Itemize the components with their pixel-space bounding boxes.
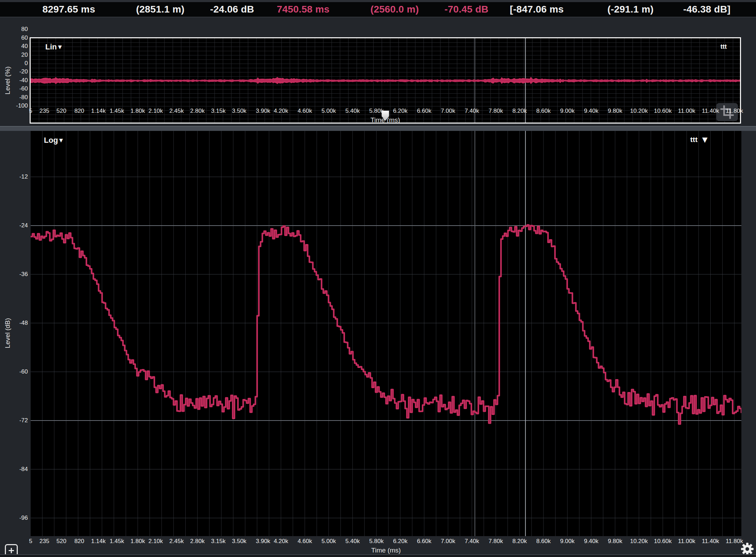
y-tick-label: -36 [0,271,28,278]
y-tick-label: -96 [0,515,28,521]
x-tick-label: 3.90k [256,107,270,115]
x-tick-label: 1.14k [91,107,106,115]
x-tick-label: 5.40k [345,538,360,545]
top-x-axis-title: Time (ms) [371,116,400,124]
x-tick-label: 2.45k [169,538,184,545]
x-tick-label: 820 [74,538,84,545]
x-tick-label: 10.60k [654,538,672,545]
y-tick-label: -80 [0,94,28,101]
x-tick-label: 7.80k [488,538,503,545]
main-waveform-svg [31,131,741,536]
x-tick-label: 5.80k [369,107,384,115]
x-tick-label: 7.00k [441,538,455,545]
header-readout: (2851.1 m) [136,2,185,17]
header-readout: -70.45 dB [445,2,488,17]
x-tick-label: 2.80k [190,107,205,115]
x-tick-label: 5.80k [369,538,384,545]
chevron-down-icon: ▼ [58,137,64,144]
x-tick-label: 1.80k [131,107,145,115]
settings-button[interactable] [741,542,754,556]
x-tick-label: 4.20k [274,538,288,545]
x-tick-label: 1.45k [110,107,124,115]
x-tick-label: 520 [56,107,66,115]
x-tick-label: 235 [39,538,49,545]
x-tick-label: 5.00k [322,538,336,545]
y-tick-label: -12 [0,173,28,180]
y-tick-label: -60 [0,85,28,92]
x-tick-label: 9.40k [584,538,599,545]
header-readout: 7450.58 ms [277,2,329,17]
x-tick-label: 8.20k [512,538,527,545]
x-tick-label: 8.60k [536,538,551,545]
x-tick-label: 4.60k [298,107,312,115]
x-tick-label: 3.90k [256,538,270,545]
header-readout: -24.06 dB [210,2,254,17]
y-tick-label: 0 [0,60,28,67]
x-tick-label: 8.20k [512,107,527,115]
header-readout: 8297.65 ms [43,2,95,17]
y-tick-label: -48 [0,320,28,327]
bottom-x-axis-title: Time (ms) [371,547,401,554]
header-readout: [-847.06 ms [510,2,564,17]
x-tick-label: 2.80k [190,538,205,545]
y-tick-label: -60 [0,368,28,375]
x-tick-label: 9.00k [560,107,575,115]
x-tick-label: 5.40k [345,107,360,115]
window-bottom-strip [0,554,756,557]
x-tick-label: 4.60k [298,538,312,545]
top-signal-selector[interactable]: ttt [720,43,727,50]
x-tick-label: 8.60k [536,107,551,115]
x-tick-label: 1.80k [131,538,145,545]
bottom-signal-selector[interactable]: ttt▼ [690,134,709,145]
x-tick-label: 6.20k [393,107,408,115]
x-tick-label: 6.60k [417,107,432,115]
x-tick-label: 7.80k [488,107,503,115]
bottom-scale-dropdown[interactable]: Log▼ [44,136,64,145]
x-tick-label: 3.50k [232,538,247,545]
chevron-down-icon: ▼ [697,134,709,145]
main-plot-area[interactable]: Log▼ ttt▼ [31,131,741,536]
plus-icon [8,547,15,554]
x-tick-label: 7.00k [441,107,455,115]
x-tick-label: 10.20k [630,538,648,545]
gear-icon [741,542,754,556]
y-tick-label: 80 [0,26,28,33]
x-tick-label: 4.20k [274,107,288,115]
top-scale-dropdown[interactable]: Lin▼ [45,42,63,52]
x-tick-label: 5.00k [322,107,336,115]
header-readout: (2560.0 m) [370,2,419,17]
x-tick-label: 10.60k [654,107,672,115]
x-tick-label: 1.45k [110,538,124,545]
y-tick-label: -20 [0,68,28,75]
chevron-down-icon: ▼ [57,44,63,50]
top-scale-label: Lin [45,42,57,51]
x-tick-label: 9.80k [608,538,623,545]
cursor-readout-bar: 8297.65 ms(2851.1 m)-24.06 dB7450.58 ms(… [0,2,756,17]
y-tick-label: -72 [0,417,28,424]
x-tick-label: 7.40k [465,538,479,545]
x-tick-label: 2.10k [148,107,163,115]
x-tick-label: 1.14k [91,538,106,545]
x-tick-label: 3.50k [232,107,247,115]
x-tick-label: 11.00k [678,538,695,545]
y-tick-label: -40 [0,77,28,84]
overview-chart-panel: Level (%) 806040200-20-40-60-80-100 Lin▼… [0,17,756,126]
x-tick-label: 11.80k [726,107,743,115]
x-tick-label: 820 [74,107,84,115]
x-tick-label: 2.45k [169,107,184,115]
y-tick-label: -100 [0,102,28,109]
y-tick-label: 40 [0,43,28,50]
main-chart-panel: Level (dB) -12-24-36-48-60-72-84-96 Log▼… [0,131,756,554]
x-tick-label: 6.60k [417,538,432,545]
x-tick-label: 520 [56,538,66,545]
x-tick-label: 5 [29,107,32,115]
x-tick-label: 2.10k [148,538,163,545]
header-readout: -46.38 dB] [683,2,731,17]
x-tick-label: 6.20k [393,538,408,545]
x-tick-label: 11.00k [678,107,695,115]
x-tick-label: 9.00k [560,538,575,545]
x-tick-label: 235 [39,107,49,115]
x-tick-label: 5 [29,538,32,545]
header-readout: (-291.1 m) [607,2,654,17]
x-tick-label: 7.40k [465,107,479,115]
